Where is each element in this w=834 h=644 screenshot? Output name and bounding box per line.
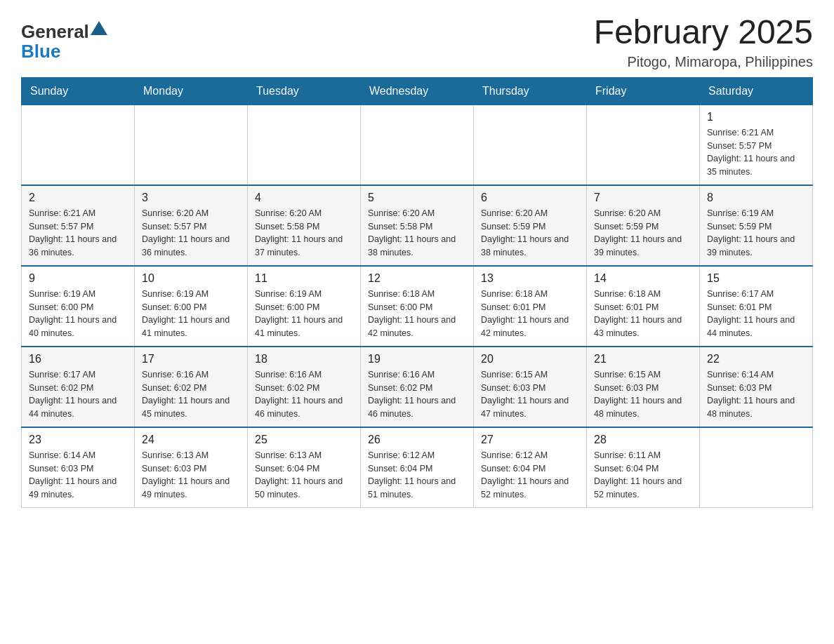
location-subtitle: Pitogo, Mimaropa, Philippines: [594, 54, 813, 70]
day-info: Sunrise: 6:20 AM Sunset: 5:58 PM Dayligh…: [368, 207, 466, 260]
day-number: 5: [368, 192, 466, 204]
calendar-week-row: 2Sunrise: 6:21 AM Sunset: 5:57 PM Daylig…: [22, 185, 813, 266]
calendar-day-cell: [135, 105, 248, 185]
day-number: 22: [707, 353, 805, 365]
calendar-week-row: 1Sunrise: 6:21 AM Sunset: 5:57 PM Daylig…: [22, 105, 813, 185]
calendar-day-cell: [700, 427, 813, 508]
day-number: 18: [255, 353, 353, 365]
calendar-day-cell: [361, 105, 474, 185]
calendar-day-cell: 5Sunrise: 6:20 AM Sunset: 5:58 PM Daylig…: [361, 185, 474, 266]
day-info: Sunrise: 6:13 AM Sunset: 6:03 PM Dayligh…: [142, 449, 240, 502]
col-header-tuesday: Tuesday: [248, 77, 361, 105]
calendar-day-cell: 2Sunrise: 6:21 AM Sunset: 5:57 PM Daylig…: [22, 185, 135, 266]
calendar-week-row: 23Sunrise: 6:14 AM Sunset: 6:03 PM Dayli…: [22, 427, 813, 508]
day-info: Sunrise: 6:17 AM Sunset: 6:02 PM Dayligh…: [29, 368, 127, 421]
day-number: 11: [255, 272, 353, 285]
calendar-day-cell: 17Sunrise: 6:16 AM Sunset: 6:02 PM Dayli…: [135, 347, 248, 427]
col-header-sunday: Sunday: [22, 77, 135, 105]
day-info: Sunrise: 6:16 AM Sunset: 6:02 PM Dayligh…: [368, 368, 466, 421]
col-header-thursday: Thursday: [474, 77, 587, 105]
day-info: Sunrise: 6:18 AM Sunset: 6:01 PM Dayligh…: [594, 288, 692, 340]
calendar-day-cell: 11Sunrise: 6:19 AM Sunset: 6:00 PM Dayli…: [248, 266, 361, 347]
day-info: Sunrise: 6:20 AM Sunset: 5:58 PM Dayligh…: [255, 207, 353, 260]
calendar-day-cell: 14Sunrise: 6:18 AM Sunset: 6:01 PM Dayli…: [587, 266, 700, 347]
calendar-day-cell: 1Sunrise: 6:21 AM Sunset: 5:57 PM Daylig…: [700, 105, 813, 185]
calendar-day-cell: 7Sunrise: 6:20 AM Sunset: 5:59 PM Daylig…: [587, 185, 700, 266]
day-number: 19: [368, 353, 466, 365]
day-info: Sunrise: 6:20 AM Sunset: 5:57 PM Dayligh…: [142, 207, 240, 260]
logo-general: General: [21, 22, 89, 41]
day-number: 12: [368, 272, 466, 285]
day-info: Sunrise: 6:12 AM Sunset: 6:04 PM Dayligh…: [368, 449, 466, 502]
calendar-header-row: SundayMondayTuesdayWednesdayThursdayFrid…: [22, 77, 813, 105]
calendar-day-cell: 19Sunrise: 6:16 AM Sunset: 6:02 PM Dayli…: [361, 347, 474, 427]
day-info: Sunrise: 6:20 AM Sunset: 5:59 PM Dayligh…: [594, 207, 692, 260]
day-number: 1: [707, 111, 805, 123]
logo-blue: Blue: [21, 42, 60, 60]
day-number: 24: [142, 434, 240, 446]
logo: General Blue: [21, 21, 107, 60]
calendar-day-cell: 23Sunrise: 6:14 AM Sunset: 6:03 PM Dayli…: [22, 427, 135, 508]
day-info: Sunrise: 6:11 AM Sunset: 6:04 PM Dayligh…: [594, 449, 692, 502]
day-number: 2: [29, 192, 127, 204]
day-number: 14: [594, 272, 692, 285]
day-info: Sunrise: 6:14 AM Sunset: 6:03 PM Dayligh…: [707, 368, 805, 421]
col-header-wednesday: Wednesday: [361, 77, 474, 105]
calendar-day-cell: [587, 105, 700, 185]
day-info: Sunrise: 6:19 AM Sunset: 6:00 PM Dayligh…: [29, 288, 127, 340]
day-number: 26: [368, 434, 466, 446]
day-number: 3: [142, 192, 240, 204]
calendar-day-cell: 3Sunrise: 6:20 AM Sunset: 5:57 PM Daylig…: [135, 185, 248, 266]
col-header-saturday: Saturday: [700, 77, 813, 105]
day-info: Sunrise: 6:14 AM Sunset: 6:03 PM Dayligh…: [29, 449, 127, 502]
col-header-friday: Friday: [587, 77, 700, 105]
calendar-day-cell: [22, 105, 135, 185]
day-number: 21: [594, 353, 692, 365]
calendar-day-cell: 27Sunrise: 6:12 AM Sunset: 6:04 PM Dayli…: [474, 427, 587, 508]
calendar-day-cell: 9Sunrise: 6:19 AM Sunset: 6:00 PM Daylig…: [22, 266, 135, 347]
day-info: Sunrise: 6:18 AM Sunset: 6:00 PM Dayligh…: [368, 288, 466, 340]
calendar-table: SundayMondayTuesdayWednesdayThursdayFrid…: [21, 77, 813, 508]
day-number: 23: [29, 434, 127, 446]
day-info: Sunrise: 6:19 AM Sunset: 6:00 PM Dayligh…: [255, 288, 353, 340]
day-info: Sunrise: 6:21 AM Sunset: 5:57 PM Dayligh…: [707, 126, 805, 179]
day-number: 6: [481, 192, 579, 204]
day-number: 20: [481, 353, 579, 365]
calendar-day-cell: 28Sunrise: 6:11 AM Sunset: 6:04 PM Dayli…: [587, 427, 700, 508]
day-info: Sunrise: 6:16 AM Sunset: 6:02 PM Dayligh…: [142, 368, 240, 421]
calendar-day-cell: 8Sunrise: 6:19 AM Sunset: 5:59 PM Daylig…: [700, 185, 813, 266]
calendar-day-cell: 24Sunrise: 6:13 AM Sunset: 6:03 PM Dayli…: [135, 427, 248, 508]
day-number: 25: [255, 434, 353, 446]
calendar-day-cell: 6Sunrise: 6:20 AM Sunset: 5:59 PM Daylig…: [474, 185, 587, 266]
day-number: 28: [594, 434, 692, 446]
day-number: 9: [29, 272, 127, 285]
day-number: 16: [29, 353, 127, 365]
day-info: Sunrise: 6:13 AM Sunset: 6:04 PM Dayligh…: [255, 449, 353, 502]
day-info: Sunrise: 6:12 AM Sunset: 6:04 PM Dayligh…: [481, 449, 579, 502]
calendar-day-cell: 22Sunrise: 6:14 AM Sunset: 6:03 PM Dayli…: [700, 347, 813, 427]
day-info: Sunrise: 6:15 AM Sunset: 6:03 PM Dayligh…: [594, 368, 692, 421]
day-number: 27: [481, 434, 579, 446]
col-header-monday: Monday: [135, 77, 248, 105]
page-header: General Blue February 2025 Pitogo, Mimar…: [21, 14, 813, 70]
day-info: Sunrise: 6:21 AM Sunset: 5:57 PM Dayligh…: [29, 207, 127, 260]
calendar-day-cell: 21Sunrise: 6:15 AM Sunset: 6:03 PM Dayli…: [587, 347, 700, 427]
day-info: Sunrise: 6:20 AM Sunset: 5:59 PM Dayligh…: [481, 207, 579, 260]
calendar-day-cell: 20Sunrise: 6:15 AM Sunset: 6:03 PM Dayli…: [474, 347, 587, 427]
day-number: 17: [142, 353, 240, 365]
calendar-day-cell: 26Sunrise: 6:12 AM Sunset: 6:04 PM Dayli…: [361, 427, 474, 508]
day-info: Sunrise: 6:19 AM Sunset: 6:00 PM Dayligh…: [142, 288, 240, 340]
calendar-day-cell: 16Sunrise: 6:17 AM Sunset: 6:02 PM Dayli…: [22, 347, 135, 427]
calendar-day-cell: [248, 105, 361, 185]
calendar-title: February 2025: [594, 14, 813, 51]
calendar-week-row: 16Sunrise: 6:17 AM Sunset: 6:02 PM Dayli…: [22, 347, 813, 427]
calendar-day-cell: 12Sunrise: 6:18 AM Sunset: 6:00 PM Dayli…: [361, 266, 474, 347]
calendar-day-cell: 25Sunrise: 6:13 AM Sunset: 6:04 PM Dayli…: [248, 427, 361, 508]
calendar-day-cell: [474, 105, 587, 185]
calendar-day-cell: 15Sunrise: 6:17 AM Sunset: 6:01 PM Dayli…: [700, 266, 813, 347]
day-info: Sunrise: 6:16 AM Sunset: 6:02 PM Dayligh…: [255, 368, 353, 421]
day-number: 4: [255, 192, 353, 204]
calendar-week-row: 9Sunrise: 6:19 AM Sunset: 6:00 PM Daylig…: [22, 266, 813, 347]
title-section: February 2025 Pitogo, Mimaropa, Philippi…: [594, 14, 813, 70]
day-info: Sunrise: 6:15 AM Sunset: 6:03 PM Dayligh…: [481, 368, 579, 421]
